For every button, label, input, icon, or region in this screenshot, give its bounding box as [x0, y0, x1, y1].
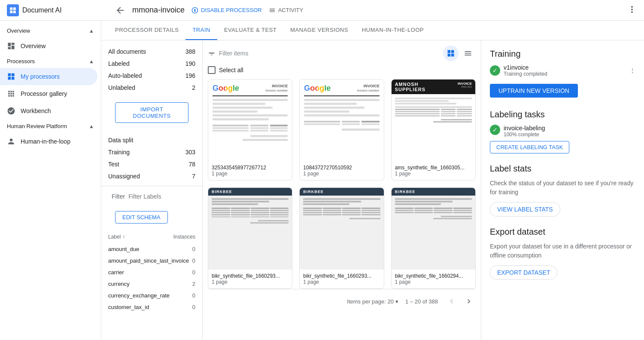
- filter-bar: Filter items: [208, 46, 476, 61]
- page-nav: [445, 294, 476, 308]
- activity-btn-label: ACTIVITY: [278, 7, 304, 13]
- tab-human-in-the-loop[interactable]: HUMAN-IN-THE-LOOP: [355, 21, 431, 40]
- doc-thumbnail-3: BIRKBEE: [208, 188, 292, 270]
- back-button[interactable]: [115, 5, 125, 15]
- tab-manage-versions[interactable]: MANAGE VERSIONS: [283, 21, 355, 40]
- human-in-loop-label: Human-in-the-loop: [21, 138, 70, 145]
- disable-btn-label: DISABLE PROCESSOR: [201, 7, 262, 13]
- doc-info-1: 10843727270510592 1 page: [300, 161, 383, 180]
- human-review-section-header[interactable]: Human Review Platform ▲: [0, 119, 101, 133]
- overview-label: Overview: [21, 43, 46, 49]
- stat-unlabeled[interactable]: Unlabeled 2: [101, 82, 202, 94]
- doc-card-4[interactable]: BIRKBEE: [299, 187, 384, 289]
- stat-unassigned[interactable]: Unassigned 7: [101, 170, 202, 182]
- doc-name-3: bikr_synthetic_file_1660293...: [212, 273, 289, 279]
- main-layout: Overview ▲ Overview Processors ▲ My proc…: [0, 21, 644, 340]
- tab-processor-details[interactable]: PROCESSOR DETAILS: [108, 21, 185, 40]
- tab-evaluate-test[interactable]: EVALUATE & TEST: [217, 21, 283, 40]
- label-row-amount-due[interactable]: amount_due 0: [101, 243, 202, 255]
- label-row-customer-tax[interactable]: customer_tax_id 0: [101, 301, 202, 313]
- grid-view-button[interactable]: [443, 46, 459, 61]
- doc-card-5[interactable]: BIRKBEE: [391, 187, 476, 289]
- stat-labeled[interactable]: Labeled 190: [101, 58, 202, 70]
- view-toggle: [443, 46, 476, 61]
- doc-pages-1: 1 page: [303, 171, 380, 177]
- doc-pages-0: 1 page: [212, 171, 289, 177]
- doc-card-3[interactable]: BIRKBEE: [208, 187, 292, 289]
- label-name-carrier: carrier: [108, 269, 124, 276]
- sidebar-item-overview[interactable]: Overview: [0, 37, 97, 55]
- label-row-currency[interactable]: currency 2: [101, 278, 202, 290]
- doc-card-2[interactable]: AMNOSHSUPPLIERS INVOICE #INV-001: [391, 79, 476, 181]
- app-logo: Document AI: [7, 4, 108, 16]
- view-stats-button[interactable]: VIEW LABEL STATS: [490, 202, 560, 217]
- stat-training[interactable]: Training 303: [101, 146, 202, 158]
- training-version-row: ✓ v1invoice Training completed ⋮: [490, 64, 635, 77]
- uptrain-button[interactable]: UPTRAIN NEW VERSION: [490, 84, 578, 98]
- next-page-button[interactable]: [462, 294, 476, 308]
- label-count-customer-tax: 0: [192, 304, 195, 310]
- create-task-button[interactable]: CREATE LABELING TASK: [490, 141, 569, 153]
- export-button[interactable]: EXPORT DATASET: [490, 265, 557, 280]
- processors-section-header[interactable]: Processors ▲: [0, 55, 101, 68]
- label-count-amount-due: 0: [192, 246, 195, 252]
- app-name: Document AI: [22, 6, 62, 14]
- stat-auto-labeled[interactable]: Auto-labeled 196: [101, 70, 202, 82]
- label-row-amount-paid[interactable]: amount_paid_since_last_invoice 0: [101, 255, 202, 266]
- workbench-label: Workbench: [21, 107, 51, 114]
- document-grid: Google INVOICEInvoice number: [208, 79, 476, 289]
- select-all-checkbox[interactable]: [208, 66, 216, 74]
- label-row-currency-exchange[interactable]: currency_exchange_rate 0: [101, 290, 202, 301]
- stat-test[interactable]: Test 78: [101, 158, 202, 170]
- label-count-amount-paid: 0: [192, 257, 195, 264]
- overview-section-header[interactable]: Overview ▲: [0, 24, 101, 37]
- version-name: v1invoice: [504, 64, 626, 71]
- label-name-amount-paid: amount_paid_since_last_invoice: [108, 257, 189, 264]
- label-header: Label ↑ Instances: [101, 230, 202, 243]
- sidebar-item-workbench[interactable]: Workbench: [0, 102, 97, 119]
- sidebar-item-my-processors[interactable]: My processors: [0, 68, 97, 85]
- data-split-title: Data split: [101, 132, 202, 146]
- stat-all-documents[interactable]: All documents 388: [101, 46, 202, 58]
- doc-info-2: ams_synthetic_file_1660305... 1 page: [392, 161, 475, 180]
- prev-page-button[interactable]: [445, 294, 459, 308]
- edit-schema-button[interactable]: EDIT SCHEMA: [115, 211, 168, 224]
- items-per-page-label: Items per page:: [347, 298, 386, 305]
- filter-text: Filter items: [219, 50, 248, 57]
- import-documents-button[interactable]: IMPORT DOCUMENTS: [115, 102, 188, 123]
- doc-info-4: bikr_synthetic_file_1660293... 1 page: [300, 270, 383, 288]
- doc-pages-5: 1 page: [395, 279, 472, 285]
- disable-processor-button[interactable]: DISABLE PROCESSOR: [191, 7, 262, 14]
- processor-gallery-label: Processor gallery: [21, 90, 67, 97]
- doc-card-1[interactable]: Google INVOICEInvoice number: [299, 79, 384, 181]
- doc-card-0[interactable]: Google INVOICEInvoice number: [208, 79, 292, 181]
- select-all-row: Select all: [208, 66, 476, 74]
- my-processors-icon: [7, 72, 15, 81]
- content-area: PROCESSOR DETAILS TRAIN EVALUATE & TEST …: [101, 21, 644, 340]
- processor-gallery-icon: [7, 89, 15, 98]
- training-section: Training ✓ v1invoice Training completed …: [490, 49, 635, 99]
- per-page-selector[interactable]: Items per page: 20 ▾: [347, 298, 398, 305]
- sidebar-item-human-in-loop[interactable]: Human-in-the-loop: [0, 133, 97, 150]
- label-stats-desc: Check the status of your dataset to see …: [490, 179, 635, 197]
- processors-section-label: Processors: [7, 58, 35, 64]
- filter-labels-input[interactable]: [128, 193, 203, 200]
- tab-train[interactable]: TRAIN: [185, 21, 217, 40]
- unlabeled-count: 2: [192, 84, 195, 91]
- logo-icon: [7, 4, 19, 16]
- training-label: Training: [108, 149, 130, 156]
- training-title: Training: [490, 49, 635, 59]
- human-in-loop-icon: [7, 137, 15, 146]
- workbench-icon: [7, 107, 15, 115]
- doc-thumbnail-4: BIRKBEE: [300, 188, 383, 270]
- label-row-carrier[interactable]: carrier 0: [101, 266, 202, 278]
- label-sort-button[interactable]: Label ↑: [108, 234, 125, 240]
- sidebar: Overview ▲ Overview Processors ▲ My proc…: [0, 21, 101, 340]
- task-name: invoice-labeling: [504, 125, 635, 132]
- list-view-button[interactable]: [460, 46, 476, 61]
- activity-button[interactable]: ACTIVITY: [269, 7, 304, 14]
- sidebar-item-processor-gallery[interactable]: Processor gallery: [0, 85, 97, 102]
- version-more-button[interactable]: ⋮: [629, 67, 635, 74]
- more-options-button[interactable]: [627, 4, 637, 16]
- sort-icon: ↑: [122, 234, 125, 240]
